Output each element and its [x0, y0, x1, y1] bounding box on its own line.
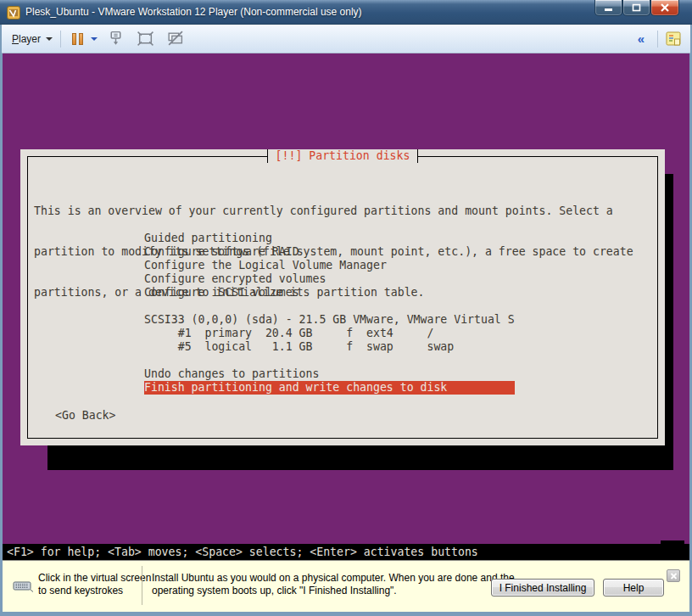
close-icon: [670, 573, 678, 580]
library-button[interactable]: [666, 31, 682, 47]
close-button[interactable]: [650, 0, 679, 16]
maximize-icon: [632, 3, 641, 12]
keyboard-icon: [13, 580, 33, 592]
menu-item-undo-changes[interactable]: Undo changes to partitions: [144, 367, 515, 381]
installer-help-bar: <F1> for help; <Tab> moves; <Space> sele…: [3, 544, 689, 560]
go-back-button[interactable]: <Go Back>: [55, 409, 115, 423]
player-menu-button[interactable]: Player: [12, 33, 53, 45]
partition-row[interactable]: #5 logical 1.1 GB f swap swap: [144, 340, 515, 354]
maximize-button[interactable]: [622, 0, 650, 16]
disk-header-row[interactable]: SCSI33 (0,0,0) (sda) - 21.5 GB VMware, V…: [144, 313, 515, 327]
menu-item-configure-iscsi-volumes[interactable]: Configure iSCSI volumes: [144, 286, 515, 300]
pause-icon: [72, 33, 86, 45]
partition-disks-dialog: [!!] Partition disks This is an overview…: [20, 149, 665, 445]
install-hint-text: Install Ubuntu as you would on a physica…: [152, 572, 515, 597]
help-button[interactable]: Help: [603, 579, 664, 596]
send-ctrl-alt-del-icon: [107, 30, 125, 48]
menu-item-configure-software-raid[interactable]: Configure software RAID: [144, 245, 515, 259]
fullscreen-button[interactable]: [137, 30, 154, 48]
unity-mode-button[interactable]: [166, 30, 184, 48]
minimize-icon: [604, 3, 613, 12]
toolbar-right-group: «: [633, 31, 690, 48]
toolbar-separator: [657, 31, 658, 48]
suspend-menu-chevron-icon[interactable]: [91, 37, 98, 41]
dialog-shadow: [665, 174, 673, 470]
vmware-player-window: Plesk_Ubuntu - VMware Workstation 12 Pla…: [0, 0, 692, 616]
menu-spacer: [144, 354, 515, 367]
keystroke-hint-text: Click in the virtual screen to send keys…: [38, 572, 151, 597]
library-icon: [666, 31, 682, 47]
send-ctrl-alt-del-button[interactable]: [107, 30, 125, 48]
install-hint-panel: Click in the virtual screen to send keys…: [3, 560, 689, 612]
chevron-down-icon: [46, 37, 53, 41]
suspend-button[interactable]: [69, 31, 101, 48]
virtual-machine-screen[interactable]: [!!] Partition disks This is an overview…: [3, 53, 689, 560]
menu-item-finish-partitioning-selected[interactable]: Finish partitioning and write changes to…: [144, 381, 515, 395]
collapse-toolbar-button[interactable]: «: [633, 31, 650, 46]
titlebar: Plesk_Ubuntu - VMware Workstation 12 Pla…: [0, 0, 692, 25]
intro-line: This is an overview of your currently co…: [34, 204, 633, 218]
menu-item-configure-lvm[interactable]: Configure the Logical Volume Manager: [144, 259, 515, 272]
menu-item-guided-partitioning[interactable]: Guided partitioning: [144, 232, 515, 245]
dialog-shadow: [47, 445, 673, 470]
player-menu-label: Player: [12, 33, 41, 45]
toolbar-separator: [60, 31, 61, 48]
menu-spacer: [144, 300, 515, 313]
window-title: Plesk_Ubuntu - VMware Workstation 12 Pla…: [25, 0, 362, 25]
partition-menu: Guided partitioning Configure software R…: [144, 232, 515, 395]
menu-item-configure-encrypted-volumes[interactable]: Configure encrypted volumes: [144, 272, 515, 286]
fullscreen-icon: [137, 30, 154, 48]
close-icon: [660, 3, 670, 12]
panel-close-button[interactable]: [667, 569, 680, 582]
toolbar: Player: [2, 25, 690, 53]
screen-corner-block: [661, 540, 684, 560]
partition-row[interactable]: #1 primary 20.4 GB f ext4 /: [144, 327, 515, 340]
minimize-button[interactable]: [594, 0, 622, 16]
i-finished-installing-button[interactable]: I Finished Installing: [491, 579, 594, 596]
dialog-title: [!!] Partition disks: [20, 149, 665, 163]
panel-separator: [142, 566, 142, 605]
window-controls: [594, 0, 679, 16]
unity-mode-icon: [166, 30, 184, 48]
vmware-app-icon: [7, 6, 20, 20]
